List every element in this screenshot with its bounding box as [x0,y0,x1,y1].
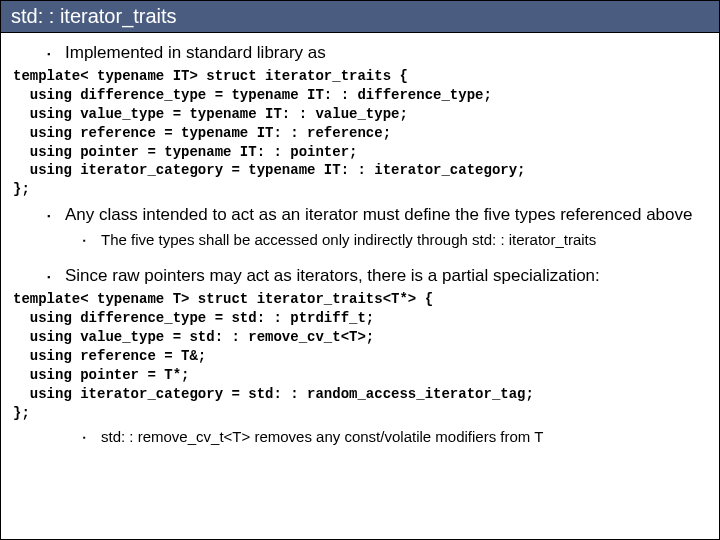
code-block-1: template< typename IT> struct iterator_t… [1,65,719,201]
slide-title: std: : iterator_traits [1,1,719,33]
bullet-any-class: Any class intended to act as an iterator… [65,201,719,227]
code-block-2: template< typename T> struct iterator_tr… [1,288,719,424]
bullet-raw-pointers: Since raw pointers may act as iterators,… [65,262,719,288]
bullet-implemented: Implemented in standard library as [65,39,719,65]
slide-body: Implemented in standard library as templ… [1,33,719,449]
bullet-five-types: The five types shall be accessed only in… [101,227,719,252]
bullet-remove-cv: std: : remove_cv_t<T> removes any const/… [101,424,719,449]
